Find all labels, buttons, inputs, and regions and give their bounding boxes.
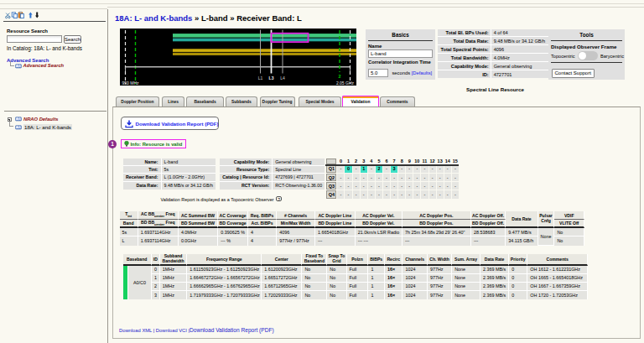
svg-text:L4: L4	[280, 75, 285, 81]
svg-text:L3: L3	[269, 75, 274, 81]
svg-text:2: 2	[338, 74, 340, 79]
svg-text:950 MHz: 950 MHz	[122, 81, 140, 86]
svg-text:2.05 GHz: 2.05 GHz	[336, 81, 355, 86]
svg-text:L1: L1	[258, 75, 263, 81]
